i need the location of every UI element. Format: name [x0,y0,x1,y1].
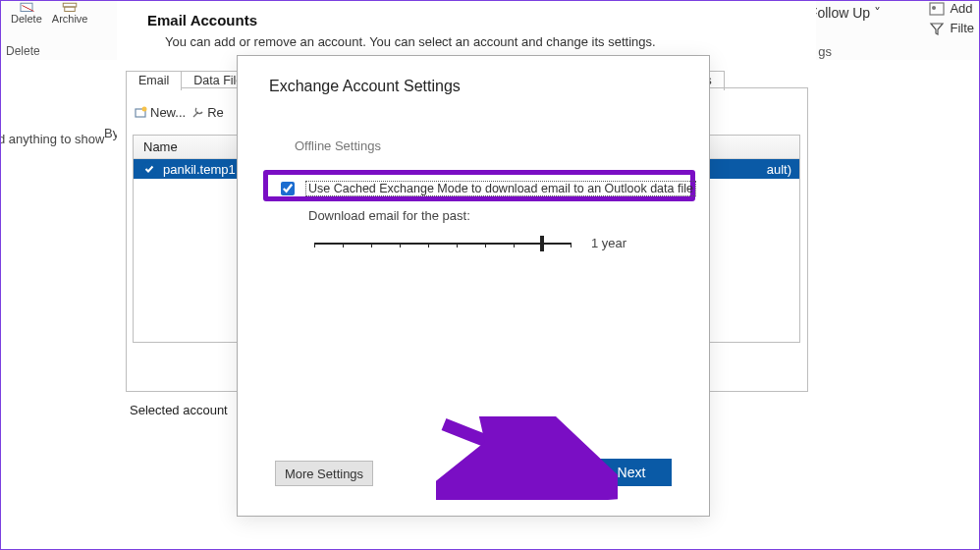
filter-label: Filte [950,21,974,35]
slider-value-label: 1 year [591,236,626,250]
offline-settings-section-label: Offline Settings [295,138,381,153]
default-account-check-icon [141,161,157,177]
account-row-default-suffix: ault) [767,162,791,177]
account-toolbar: New... Re [134,105,224,120]
column-header-name: Name [134,139,178,154]
repair-account-button[interactable]: Re [191,105,224,120]
contact-card-icon [929,2,945,16]
add-contact-button[interactable]: Add [929,1,974,16]
funnel-icon [929,22,945,35]
account-row-email: pankil.temp1 [163,162,236,177]
archive-label: Archive [52,13,88,25]
delete-icon [18,1,35,13]
download-range-label: Download email for the past: [308,208,470,223]
new-account-button[interactable]: New... [134,105,186,120]
nothing-to-show-label: d anything to show [0,132,116,146]
svg-point-5 [932,6,936,10]
ribbon-group-tags-label: gs [818,44,832,59]
selected-account-label: Selected account [130,403,228,417]
delete-button[interactable]: Delete [11,1,42,25]
next-button[interactable]: Next [591,459,672,486]
download-range-slider[interactable]: 1 year [314,236,626,250]
exchange-settings-dialog: Exchange Account Settings Offline Settin… [237,55,710,517]
cached-exchange-label: Use Cached Exchange Mode to download ema… [305,181,696,196]
cached-exchange-checkbox[interactable] [281,182,295,195]
archive-button[interactable]: Archive [52,1,88,25]
svg-rect-4 [930,3,944,15]
svg-rect-2 [63,3,77,7]
slider-ticks [314,244,572,248]
svg-rect-3 [65,7,76,12]
delete-label: Delete [11,13,42,25]
slider-thumb[interactable] [540,236,544,251]
chevron-down-icon: ˅ [874,5,881,21]
ribbon-group-delete-label: Delete [6,44,40,58]
repair-label: Re [207,105,224,120]
account-settings-subtitle: You can add or remove an account. You ca… [165,34,656,49]
slider-track[interactable] [314,243,572,245]
ribbon-delete-archive-group: Delete Archive [6,1,87,25]
tab-email[interactable]: Email [126,71,182,90]
add-label: Add [950,1,972,16]
cached-exchange-checkbox-row[interactable]: Use Cached Exchange Mode to download ema… [277,179,696,198]
account-settings-title: Email Accounts [147,12,257,28]
archive-icon [61,1,79,13]
new-label: New... [150,105,186,120]
filter-button[interactable]: Filte [929,21,974,35]
exchange-settings-title: Exchange Account Settings [269,78,461,95]
follow-up-label: Follow Up [809,5,870,21]
more-settings-button[interactable]: More Settings [275,461,373,486]
follow-up-button[interactable]: Follow Up ˅ [809,5,881,21]
repair-icon [191,106,204,120]
new-icon [134,106,147,120]
svg-point-7 [142,106,147,111]
